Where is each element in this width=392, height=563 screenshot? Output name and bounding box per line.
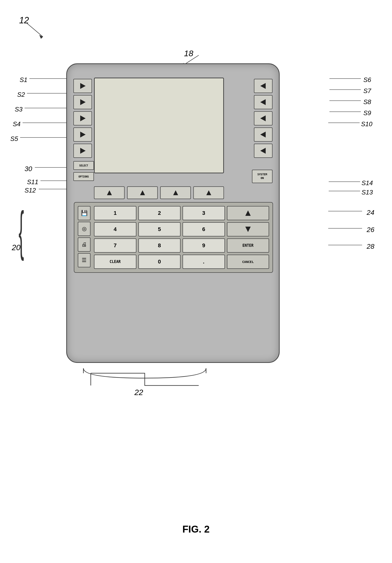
top-arrow-s12[interactable] (127, 186, 158, 199)
svg-marker-11 (260, 115, 266, 121)
system-on-button[interactable]: SYSTEMON (252, 170, 273, 183)
device-body: SELECT OPTIONS SYSTEMON (66, 63, 280, 363)
select-button[interactable]: SELECT (73, 161, 94, 170)
svg-marker-18 (245, 210, 251, 216)
annot-30: 30 (25, 165, 32, 173)
key-5[interactable]: 5 (138, 222, 181, 236)
annot-s1: S1 (20, 76, 27, 84)
key-4[interactable]: 4 (94, 222, 136, 236)
annot-20: 20 (12, 243, 21, 252)
annot-s13: S13 (362, 189, 373, 196)
top-arrow-s11[interactable] (94, 186, 125, 199)
key-1[interactable]: 1 (94, 206, 136, 220)
screen (94, 78, 224, 173)
annot-s9: S9 (363, 109, 371, 117)
svg-marker-12 (260, 132, 266, 137)
numpad-grid: 1 2 3 4 5 6 7 8 9 (94, 206, 269, 269)
svg-marker-14 (107, 190, 112, 195)
left-button-s1[interactable] (73, 79, 92, 93)
right-button-s6[interactable] (254, 79, 273, 93)
svg-marker-19 (245, 227, 251, 232)
annot-s10: S10 (361, 120, 372, 128)
annot-24: 24 (367, 209, 374, 217)
right-button-s7[interactable] (254, 95, 273, 109)
svg-marker-16 (173, 190, 178, 195)
key-6[interactable]: 6 (183, 222, 225, 236)
keypad-icon-column: 💾 ◎ 🖨 ☰ (78, 206, 91, 269)
left-button-s4[interactable] (73, 127, 92, 142)
svg-marker-6 (80, 115, 86, 121)
svg-marker-9 (260, 83, 266, 89)
key-0[interactable]: 0 (138, 255, 181, 269)
svg-marker-15 (140, 190, 145, 195)
annot-28: 28 (367, 243, 374, 250)
icon-save[interactable]: 💾 (78, 206, 91, 220)
top-arrow-s13[interactable] (160, 186, 191, 199)
annot-s5: S5 (10, 135, 18, 143)
right-button-s9[interactable] (254, 127, 273, 142)
label-12-arrow (26, 22, 45, 39)
key-3[interactable]: 3 (183, 206, 225, 220)
annot-s14: S14 (362, 179, 373, 187)
icon-print[interactable]: 🖨 (78, 237, 91, 252)
annot-s3: S3 (15, 106, 23, 113)
key-2[interactable]: 2 (138, 206, 181, 220)
annot-26: 26 (367, 226, 374, 234)
key-enter[interactable]: ENTER (227, 238, 269, 253)
key-cancel[interactable]: CANCEL (227, 255, 269, 269)
svg-marker-13 (260, 148, 266, 154)
annot-s6: S6 (363, 76, 371, 84)
options-button[interactable]: OPTIONS (73, 172, 94, 181)
right-button-s10[interactable] (254, 144, 273, 158)
icon-extra[interactable]: ☰ (78, 253, 91, 267)
icon-settings[interactable]: ◎ (78, 222, 91, 236)
key-clear[interactable]: CLEAR (94, 255, 136, 269)
svg-marker-4 (80, 83, 86, 89)
top-arrow-row (94, 186, 224, 199)
key-up[interactable] (227, 206, 269, 220)
left-button-s2[interactable] (73, 95, 92, 109)
keypad-region: 💾 ◎ 🖨 ☰ 1 2 3 4 5 6 (74, 202, 273, 273)
key-dot[interactable]: . (183, 255, 225, 269)
svg-marker-5 (80, 99, 86, 105)
svg-marker-7 (80, 132, 86, 137)
svg-line-0 (27, 23, 43, 37)
annot-22: 22 (134, 388, 143, 397)
annot-s7: S7 (363, 87, 371, 95)
annot-s4: S4 (13, 120, 21, 128)
svg-marker-8 (80, 148, 86, 154)
left-button-s5[interactable] (73, 144, 92, 158)
annot-s11: S11 (27, 178, 38, 186)
annot-s8: S8 (363, 98, 371, 106)
svg-marker-17 (206, 190, 211, 195)
annot-s2: S2 (17, 91, 25, 98)
key-8[interactable]: 8 (138, 238, 181, 253)
fig-caption: FIG. 2 (182, 524, 209, 535)
brace-22-simple (76, 366, 213, 388)
svg-marker-10 (260, 99, 266, 105)
left-button-s3[interactable] (73, 111, 92, 125)
key-down[interactable] (227, 222, 269, 236)
diagram: 12 18 (0, 0, 392, 563)
key-9[interactable]: 9 (183, 238, 225, 253)
annot-s12: S12 (25, 187, 36, 194)
key-7[interactable]: 7 (94, 238, 136, 253)
right-button-s8[interactable] (254, 111, 273, 125)
top-arrow-s14[interactable] (193, 186, 224, 199)
